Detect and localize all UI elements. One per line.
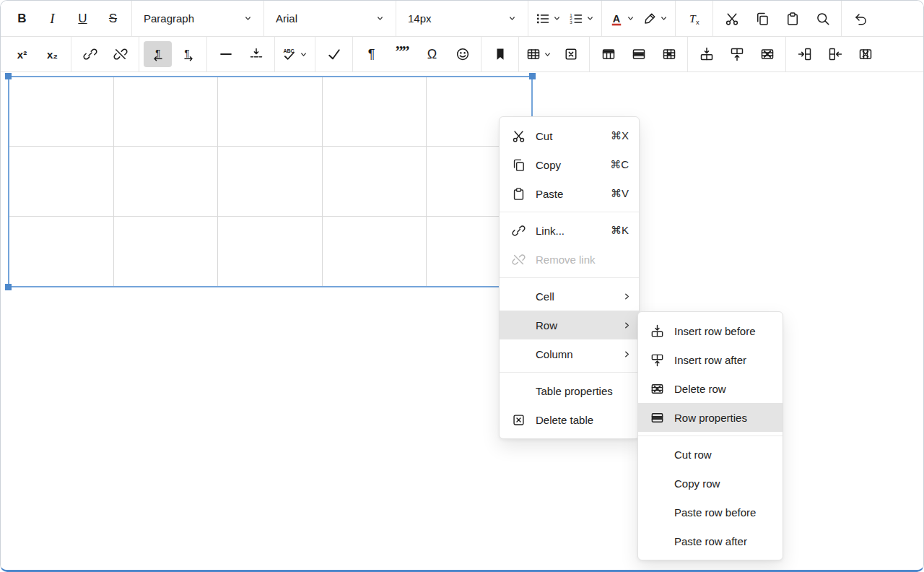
toolbar-group: ¶””Ω [353, 37, 481, 72]
find-button[interactable] [808, 6, 837, 32]
blockquote-button[interactable]: ”” [388, 41, 416, 67]
superscript-button[interactable]: x² [8, 41, 36, 67]
menu-item-copy-row[interactable]: Copy row [638, 469, 783, 498]
remove-link-button[interactable] [106, 41, 134, 67]
menu-item-table-properties[interactable]: Table properties [500, 376, 639, 405]
menu-item-insert-row-before[interactable]: Insert row before [638, 316, 783, 345]
insert-table-button[interactable] [523, 41, 554, 67]
insert-row-after-icon [650, 353, 664, 367]
table-cell[interactable] [323, 77, 427, 147]
paragraph-style-select[interactable]: Paragraph [136, 6, 259, 32]
special-character-button[interactable]: Ω [418, 41, 446, 67]
link-icon-slot [511, 223, 526, 238]
table-cell[interactable] [114, 217, 219, 286]
italic-button[interactable]: I [38, 6, 66, 32]
menu-item-paste-row-before[interactable]: Paste row before [638, 498, 783, 526]
highlight-color-button[interactable] [640, 6, 671, 32]
menu-item-delete-row[interactable]: Delete row [638, 374, 783, 403]
rich-text-editor: BIUSParagraphArial14px x²x₂¶””Ω Cut⌘XCop… [0, 0, 924, 572]
insert-link-button[interactable] [76, 41, 104, 67]
insert-col-before-icon [798, 47, 812, 61]
selection-handle-top-right[interactable] [529, 73, 536, 79]
cut-button[interactable] [718, 6, 746, 32]
empty-icon-slot [650, 505, 664, 519]
toolbar-group [842, 1, 879, 36]
underline-button[interactable]: U [69, 6, 97, 32]
insert-column-after-button[interactable] [821, 41, 849, 67]
empty-icon-slot [511, 347, 526, 361]
page-break-button[interactable] [242, 41, 270, 67]
cell-properties-icon [662, 47, 676, 61]
table-cell[interactable] [9, 217, 114, 286]
selected-table[interactable] [8, 76, 533, 287]
delete-row-button[interactable] [753, 41, 781, 67]
delete-column-button[interactable] [851, 41, 879, 67]
menu-item-label: Cell [536, 290, 622, 303]
menu-item-remove-link[interactable]: Remove link [500, 245, 639, 274]
menu-item-label: Copy [536, 159, 596, 171]
paste-icon [785, 12, 800, 26]
scissors-icon [512, 129, 526, 143]
clear-formatting-icon [687, 12, 702, 26]
menu-item-paste-row-after[interactable]: Paste row after [638, 526, 783, 555]
table-cell[interactable] [114, 147, 219, 216]
strikethrough-button[interactable]: S [99, 6, 127, 32]
text-color-button[interactable] [606, 6, 637, 32]
table-cell[interactable] [323, 147, 427, 216]
horizontal-rule-button[interactable] [212, 41, 240, 67]
table-properties-button[interactable] [594, 41, 622, 67]
bullet-list-button[interactable] [533, 6, 564, 32]
subscript-label: x₂ [47, 48, 58, 61]
menu-item-row[interactable]: Row [500, 311, 639, 339]
menu-item-paste[interactable]: Paste⌘V [500, 179, 639, 208]
bold-button[interactable]: B [8, 6, 36, 32]
emoji-button[interactable] [448, 41, 476, 67]
menu-item-insert-row-after[interactable]: Insert row after [638, 345, 783, 374]
menu-item-copy[interactable]: Copy⌘C [500, 150, 639, 179]
ltr-button[interactable] [144, 41, 172, 67]
table-cell-properties-button[interactable] [655, 41, 683, 67]
selection-handle-top-left[interactable] [5, 73, 12, 79]
delete-table-button[interactable] [557, 41, 585, 67]
menu-item-link[interactable]: Link...⌘K [500, 216, 639, 245]
menu-item-cut-row[interactable]: Cut row [638, 440, 783, 469]
numbered-list-icon [569, 12, 583, 26]
paragraph-mark-button[interactable]: ¶ [357, 41, 385, 67]
menu-item-shortcut: ⌘C [610, 158, 639, 171]
selection-handle-bottom-left[interactable] [5, 284, 12, 290]
insert-row-after-icon [730, 47, 744, 61]
paste-button[interactable] [778, 6, 806, 32]
empty-icon-slot [650, 534, 664, 548]
editor-canvas[interactable] [1, 72, 923, 570]
checkmark-button[interactable] [320, 41, 348, 67]
font-family-select[interactable]: Arial [269, 6, 391, 32]
insert-row-before-button[interactable] [692, 41, 720, 67]
table-cell[interactable] [9, 147, 114, 216]
spellcheck-button[interactable] [279, 41, 310, 67]
undo-button[interactable] [846, 6, 874, 32]
menu-item-delete-table[interactable]: Delete table [500, 405, 639, 434]
numbered-list-button[interactable] [566, 6, 597, 32]
scissors-icon [725, 12, 739, 26]
table-row-properties-button[interactable] [624, 41, 653, 67]
menu-item-cut[interactable]: Cut⌘X [500, 121, 639, 150]
table-cell[interactable] [114, 77, 219, 147]
copy-button[interactable] [748, 6, 776, 32]
clear-formatting-button[interactable] [680, 6, 708, 32]
menu-item-cell[interactable]: Cell [500, 282, 639, 311]
insert-row-after-button[interactable] [723, 41, 751, 67]
bookmark-button[interactable] [486, 41, 514, 67]
table-cell[interactable] [218, 77, 323, 147]
menu-item-row-properties[interactable]: Row properties [638, 403, 783, 432]
font-size-select[interactable]: 14px [401, 6, 523, 32]
rtl-button[interactable] [174, 41, 202, 67]
checkmark-icon [327, 47, 341, 61]
table-cell[interactable] [323, 217, 427, 286]
copy-icon-slot [511, 157, 526, 172]
table-cell[interactable] [218, 217, 323, 286]
table-cell[interactable] [218, 147, 323, 216]
menu-item-column[interactable]: Column [500, 339, 639, 368]
table-cell[interactable] [9, 77, 114, 147]
subscript-button[interactable]: x₂ [38, 41, 66, 67]
insert-column-before-button[interactable] [790, 41, 819, 67]
